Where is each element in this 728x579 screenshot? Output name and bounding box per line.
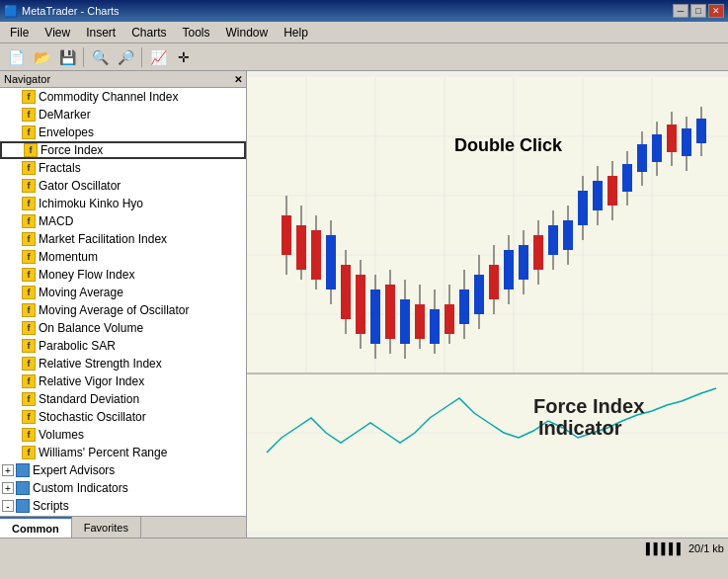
app-icon: 🟦	[4, 5, 18, 18]
tree-item-gator[interactable]: f Gator Oscillator	[0, 177, 246, 195]
force-index-label: Force Index	[533, 395, 644, 417]
tree-item-demarker[interactable]: f DeMarker	[0, 106, 246, 124]
scripts-icon	[16, 499, 30, 513]
tree-label-envelopes: Envelopes	[39, 125, 94, 139]
tree-item-wpr[interactable]: f Williams' Percent Range	[0, 444, 246, 461]
menu-window[interactable]: Window	[218, 24, 277, 41]
svg-rect-57	[593, 181, 603, 210]
svg-rect-37	[445, 304, 454, 334]
title-text: MetaTrader - Charts	[22, 5, 120, 17]
tree-item-moneyflowindx[interactable]: f Money Flow Index	[0, 266, 246, 284]
toolbar-save[interactable]: 💾	[55, 46, 79, 68]
navigator-tree[interactable]: f Commodity Channel Index f DeMarker f E…	[0, 88, 246, 516]
tree-label-force-index: Force Index	[40, 143, 103, 157]
tree-item-psar[interactable]: f Parabolic SAR	[0, 337, 246, 355]
toolbar: 📄 📂 💾 🔍 🔎 📈 ✛	[0, 43, 728, 71]
tree-item-macd[interactable]: f MACD	[0, 212, 246, 230]
toolbar-zoom-in[interactable]: 🔍	[88, 46, 112, 68]
navigator-panel: Navigator ✕ f Commodity Channel Index f …	[0, 71, 247, 538]
indicator-icon: f	[22, 268, 36, 282]
menu-insert[interactable]: Insert	[78, 24, 123, 41]
tree-item-fractals[interactable]: f Fractals	[0, 159, 246, 177]
menu-view[interactable]: View	[37, 24, 78, 41]
tab-common[interactable]: Common	[0, 517, 72, 538]
tree-label-obv: On Balance Volume	[39, 321, 143, 335]
toolbar-separator2	[141, 47, 142, 67]
toolbar-cross[interactable]: ✛	[172, 46, 196, 68]
tree-item-stddev[interactable]: f Standard Deviation	[0, 390, 246, 408]
indicator-icon: f	[22, 197, 36, 210]
toolbar-open[interactable]: 📂	[30, 46, 53, 68]
indicator-icon: f	[22, 161, 36, 175]
tree-section-ea[interactable]: + Expert Advisors	[0, 461, 246, 479]
menu-tools[interactable]: Tools	[175, 24, 218, 41]
svg-rect-31	[400, 299, 410, 344]
svg-rect-65	[652, 134, 662, 162]
title-bar-text: 🟦 MetaTrader - Charts	[4, 5, 120, 18]
tree-label-mao: Moving Average of Oscillator	[39, 303, 190, 317]
indicator-icon: f	[22, 108, 36, 122]
force-index-sublabel: Indicator	[538, 417, 622, 439]
tree-item-rvi[interactable]: f Relative Vigor Index	[0, 372, 246, 390]
tree-item-rsi[interactable]: f Relative Strength Index	[0, 355, 246, 372]
indicator-icon: f	[24, 143, 38, 157]
navigator-tabs: Common Favorites	[0, 516, 246, 538]
svg-rect-23	[341, 265, 351, 319]
tab-favorites[interactable]: Favorites	[72, 517, 141, 538]
tree-item-mfi[interactable]: f Market Facilitation Index	[0, 230, 246, 248]
svg-rect-55	[578, 191, 588, 225]
tree-label-ichimoku: Ichimoku Kinko Hyo	[39, 197, 143, 210]
tree-label-stddev: Standard Deviation	[39, 392, 139, 406]
tree-label-rsi: Relative Strength Index	[39, 357, 162, 371]
svg-rect-43	[489, 265, 499, 299]
tree-section-ci[interactable]: + Custom Indicators	[0, 479, 246, 497]
title-bar-buttons: ─ □ ✕	[673, 4, 724, 18]
svg-rect-15	[282, 215, 291, 255]
svg-rect-49	[533, 235, 543, 270]
toolbar-zoom-out[interactable]: 🔎	[114, 46, 137, 68]
chart-background: Double Click Force Index Indicator	[247, 71, 728, 538]
tree-item-ma[interactable]: f Moving Average	[0, 284, 246, 301]
svg-rect-29	[385, 285, 395, 339]
tree-label-rvi: Relative Vigor Index	[39, 374, 144, 388]
svg-rect-41	[474, 275, 484, 314]
tree-label-volumes: Volumes	[39, 428, 84, 442]
expand-icon-ci: +	[2, 482, 14, 494]
indicator-icon: f	[22, 125, 36, 139]
tree-label-fractals: Fractals	[39, 161, 81, 175]
ci-icon	[16, 481, 30, 495]
navigator-close-button[interactable]: ✕	[234, 74, 242, 85]
minimize-button[interactable]: ─	[673, 4, 688, 18]
tree-item-ichimoku[interactable]: f Ichimoku Kinko Hyo	[0, 195, 246, 212]
tree-item-mao[interactable]: f Moving Average of Oscillator	[0, 301, 246, 319]
svg-rect-45	[504, 250, 514, 290]
svg-rect-27	[370, 290, 380, 344]
restore-button[interactable]: □	[690, 4, 706, 18]
toolbar-line[interactable]: 📈	[146, 46, 170, 68]
tree-item-force-index[interactable]: f Force Index	[0, 141, 246, 159]
menu-file[interactable]: File	[2, 24, 37, 41]
tree-label-commodity: Commodity Channel Index	[39, 90, 178, 104]
title-bar: 🟦 MetaTrader - Charts ─ □ ✕	[0, 0, 728, 22]
toolbar-new[interactable]: 📄	[4, 46, 28, 68]
tree-label-momentum: Momentum	[39, 250, 98, 264]
tree-item-volumes[interactable]: f Volumes	[0, 426, 246, 444]
svg-rect-17	[296, 225, 306, 270]
navigator-title: Navigator	[4, 73, 50, 85]
tree-section-scripts[interactable]: - Scripts	[0, 497, 246, 515]
tree-item-stoch[interactable]: f Stochastic Oscillator	[0, 408, 246, 426]
chart-area[interactable]: Double Click Force Index Indicator	[247, 71, 728, 538]
tree-item-momentum[interactable]: f Momentum	[0, 248, 246, 266]
tree-item-envelopes[interactable]: f Envelopes	[0, 124, 246, 141]
svg-rect-51	[548, 225, 558, 255]
menu-charts[interactable]: Charts	[123, 24, 174, 41]
tree-item-commodity[interactable]: f Commodity Channel Index	[0, 88, 246, 106]
toolbar-separator1	[83, 47, 84, 67]
indicator-icon: f	[22, 374, 36, 388]
tree-label-wpr: Williams' Percent Range	[39, 446, 167, 459]
close-button[interactable]: ✕	[708, 4, 724, 18]
tree-item-obv[interactable]: f On Balance Volume	[0, 319, 246, 337]
menu-help[interactable]: Help	[276, 24, 316, 41]
tree-label-moneyflowindx: Money Flow Index	[39, 268, 134, 282]
indicator-icon: f	[22, 286, 36, 299]
